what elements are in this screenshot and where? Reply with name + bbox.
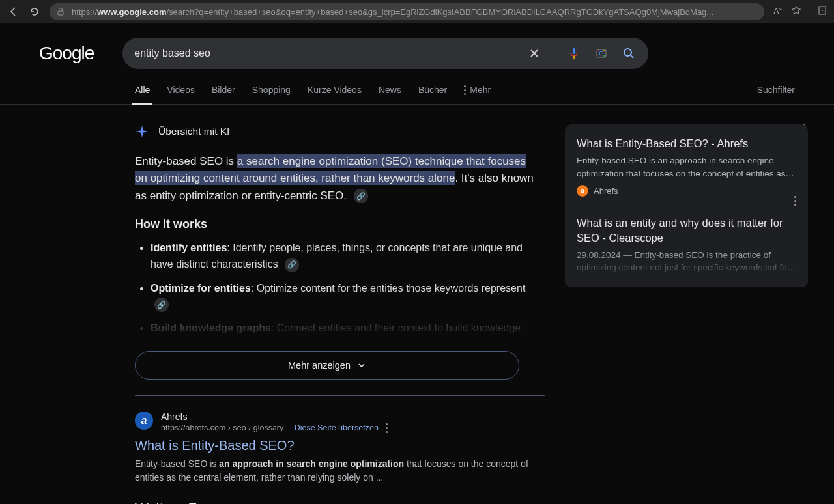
divider	[554, 45, 554, 62]
tab-short-videos[interactable]: Kurze Videos	[308, 85, 362, 104]
source-favicon: C	[577, 279, 588, 287]
how-it-works-heading: How it works	[135, 217, 539, 231]
lock-icon	[56, 7, 65, 16]
result-title-link[interactable]: What is Entity-Based SEO?	[135, 438, 545, 453]
lens-search-icon[interactable]	[594, 46, 609, 61]
source-name: Clearscope	[594, 281, 637, 287]
ai-list-item: Identify entities: Identify people, plac…	[151, 240, 539, 273]
svg-rect-0	[58, 11, 63, 15]
result-menu-icon[interactable]	[386, 423, 388, 433]
tab-videos[interactable]: Videos	[167, 85, 195, 104]
svg-point-8	[603, 50, 605, 51]
more-dots-icon	[464, 85, 466, 95]
sidebar-card-title: What is an entity and why does it matter…	[577, 216, 796, 245]
ai-list-item: Optimize for entities: Optimize content …	[151, 281, 539, 313]
sidebar-card-title: What is Entity-Based SEO? - Ahrefs	[577, 136, 796, 150]
sidebar-card-desc: Entity-based SEO is an approach in searc…	[577, 154, 796, 180]
favorite-icon[interactable]	[791, 5, 801, 18]
ai-sparkle-icon	[135, 124, 149, 139]
tab-news[interactable]: News	[379, 85, 401, 104]
back-button[interactable]	[8, 6, 20, 18]
svg-point-9	[603, 55, 605, 57]
search-box[interactable]	[122, 38, 648, 69]
more-questions-heading: Weitere Fragen	[135, 500, 233, 504]
clear-icon[interactable]	[526, 46, 542, 61]
svg-point-6	[599, 51, 603, 55]
ai-summary-text: Entity-based SEO is a search engine opti…	[135, 153, 539, 204]
svg-line-11	[631, 55, 633, 58]
search-icon[interactable]	[621, 46, 637, 61]
result-site-name: Ahrefs	[161, 412, 388, 422]
tab-all[interactable]: Alle	[135, 85, 150, 104]
sidebar-item-menu-icon[interactable]	[794, 196, 796, 206]
citation-chip-icon[interactable]: 🔗	[154, 298, 169, 312]
tab-images[interactable]: Bilder	[212, 85, 235, 104]
ai-overview-title: Übersicht mit KI	[158, 126, 229, 137]
svg-point-10	[624, 49, 631, 56]
sidebar-card-desc: 29.08.2024 — Entity-based SEO is the pra…	[577, 249, 796, 274]
url-bar[interactable]: https://www.google.com/search?q=entity+b…	[50, 3, 764, 20]
browser-menu-icon[interactable]	[818, 6, 826, 18]
refresh-button[interactable]	[29, 6, 40, 18]
result-breadcrumb: https://ahrefs.com › seo › glossary · Di…	[161, 423, 388, 433]
read-aloud-icon[interactable]: A»	[773, 7, 782, 16]
search-input[interactable]	[134, 48, 526, 59]
citation-chip-icon[interactable]: 🔗	[354, 189, 368, 203]
translate-link[interactable]: Diese Seite übersetzen	[295, 423, 379, 432]
sidebar-card[interactable]: What is Entity-Based SEO? - Ahrefs Entit…	[577, 136, 796, 206]
sidebar-card[interactable]: What is an entity and why does it matter…	[577, 216, 796, 287]
result-favicon: a	[135, 412, 153, 430]
svg-point-2	[822, 10, 823, 11]
source-name: Ahrefs	[594, 186, 618, 196]
voice-search-icon[interactable]	[566, 46, 582, 61]
url-text: https://www.google.com/search?q=entity+b…	[72, 7, 713, 17]
ai-list-item: Build knowledge graphs: Connect entities…	[151, 320, 539, 337]
result-snippet: Entity-based SEO is an approach in searc…	[135, 457, 545, 484]
ai-sources-sidebar: What is Entity-Based SEO? - Ahrefs Entit…	[565, 124, 808, 287]
tab-more[interactable]: Mehr	[464, 85, 491, 104]
tab-books[interactable]: Bücher	[418, 85, 447, 104]
show-more-button[interactable]: Mehr anzeigen	[135, 351, 519, 380]
svg-rect-3	[573, 48, 575, 54]
svg-point-7	[598, 50, 599, 51]
search-filter[interactable]: Suchfilter	[757, 85, 795, 95]
chevron-down-icon	[357, 361, 366, 370]
section-divider	[135, 395, 545, 396]
google-logo[interactable]: Google	[39, 43, 94, 64]
citation-chip-icon[interactable]: 🔗	[285, 258, 299, 272]
tab-shopping[interactable]: Shopping	[252, 85, 291, 104]
source-favicon: a	[577, 185, 588, 197]
